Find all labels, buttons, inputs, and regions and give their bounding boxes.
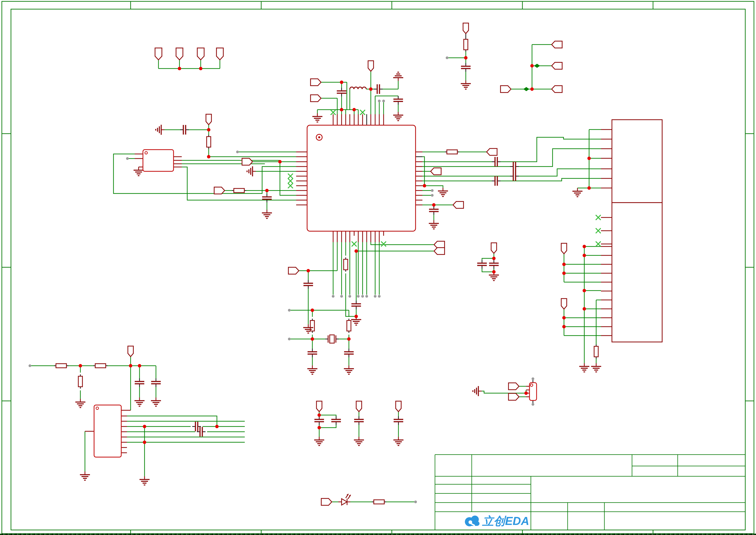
resistor-body[interactable] [594,346,598,357]
ground-symbol[interactable] [461,80,471,89]
capacitor[interactable] [304,280,313,289]
net-port-flag[interactable] [321,498,332,505]
capacitor[interactable] [510,162,519,171]
power-flag[interactable] [561,243,567,254]
capacitor[interactable] [314,416,324,425]
wire[interactable] [500,137,601,162]
capacitor[interactable] [374,84,383,94]
resistor[interactable] [78,375,82,389]
wire[interactable] [482,268,494,272]
resistor[interactable] [207,135,211,149]
net-flag-diamond[interactable] [534,64,540,68]
power-flag[interactable] [206,114,211,125]
crystal[interactable] [325,335,338,343]
wire[interactable] [182,167,296,200]
net-port-flag[interactable] [216,48,223,60]
ic-symbol[interactable] [94,405,121,457]
schematic-canvas[interactable]: 立创EDA [0,0,756,535]
capacitor[interactable] [477,260,487,268]
ground-symbol[interactable] [429,220,439,229]
wire[interactable] [519,169,601,176]
connector-symbol[interactable] [612,120,662,203]
resistor[interactable] [94,364,108,368]
resistor-body[interactable] [344,259,348,270]
net-port-flag[interactable] [552,86,562,93]
resistor[interactable] [372,500,386,504]
resistor[interactable] [310,319,314,333]
capacitor[interactable] [337,88,346,97]
ground-symbol[interactable] [314,437,324,445]
net-port-flag[interactable] [508,383,519,390]
net-port-flag[interactable] [431,168,441,175]
resistor[interactable] [54,364,68,368]
ground-symbol[interactable] [75,399,85,408]
led-triangle[interactable] [341,499,347,505]
power-flag[interactable] [396,401,401,412]
ground-symbol[interactable] [151,398,161,406]
net-port-flag[interactable] [176,48,183,60]
net-port-flag[interactable] [310,95,321,102]
resistor[interactable] [232,188,246,193]
capacitor[interactable] [262,194,272,202]
capacitor[interactable] [429,206,439,215]
resistor-body[interactable] [207,137,211,147]
capacitor[interactable] [492,176,500,186]
capacitor[interactable] [135,378,144,387]
net-port-flag[interactable] [288,267,299,274]
resistor[interactable] [445,150,459,154]
capacitor[interactable] [151,378,161,387]
net-port-flag[interactable] [434,241,445,248]
ground-symbol[interactable] [134,398,145,406]
power-flag[interactable] [356,401,362,412]
capacitor[interactable] [308,349,317,357]
power-flag[interactable] [463,23,469,34]
power-flag[interactable] [561,298,567,309]
led[interactable] [338,494,351,505]
resistor-body[interactable] [374,500,384,504]
wire[interactable] [114,154,296,193]
capacitor[interactable] [461,63,471,72]
wire[interactable] [481,391,526,393]
resistor-body[interactable] [78,376,82,387]
power-flag[interactable] [491,243,497,253]
capacitor[interactable] [344,349,354,357]
crystal-body[interactable] [330,335,334,343]
ground-symbol[interactable] [438,188,448,196]
ground-symbol[interactable] [393,72,403,81]
net-port-flag[interactable] [552,41,562,48]
capacitor[interactable] [510,171,519,181]
capacitor[interactable] [331,416,341,425]
capacitor[interactable] [180,125,189,134]
capacitor[interactable] [394,416,403,425]
capacitor[interactable] [351,301,361,309]
capacitor[interactable] [393,96,403,105]
wire[interactable] [371,242,434,245]
wire[interactable] [482,258,494,260]
capacitor[interactable] [492,157,500,167]
ground-symbol[interactable] [312,113,322,122]
resistor-body[interactable] [464,39,468,50]
net-port-flag[interactable] [487,149,497,155]
ground-symbol[interactable] [572,188,582,197]
ground-symbol[interactable] [473,386,481,396]
ground-symbol[interactable] [344,365,354,374]
connector-symbol[interactable] [612,203,662,342]
ground-symbol[interactable] [591,363,601,372]
wire[interactable] [424,186,443,188]
wire[interactable] [319,415,336,416]
net-port-flag[interactable] [197,48,204,60]
ground-symbol[interactable] [354,437,364,445]
ground-symbol[interactable] [156,125,164,135]
ground-symbol[interactable] [307,365,317,374]
resistor-body[interactable] [447,150,457,154]
resistor-body[interactable] [56,364,67,368]
net-flag-diamond[interactable] [523,87,529,91]
ground-symbol[interactable] [579,363,589,372]
resistor[interactable] [344,257,348,271]
power-flag[interactable] [368,61,373,71]
ground-symbol[interactable] [393,437,403,445]
resistor-body[interactable] [95,364,106,368]
power-flag[interactable] [128,346,133,356]
net-port-flag[interactable] [214,187,225,194]
capacitor[interactable] [489,260,499,268]
